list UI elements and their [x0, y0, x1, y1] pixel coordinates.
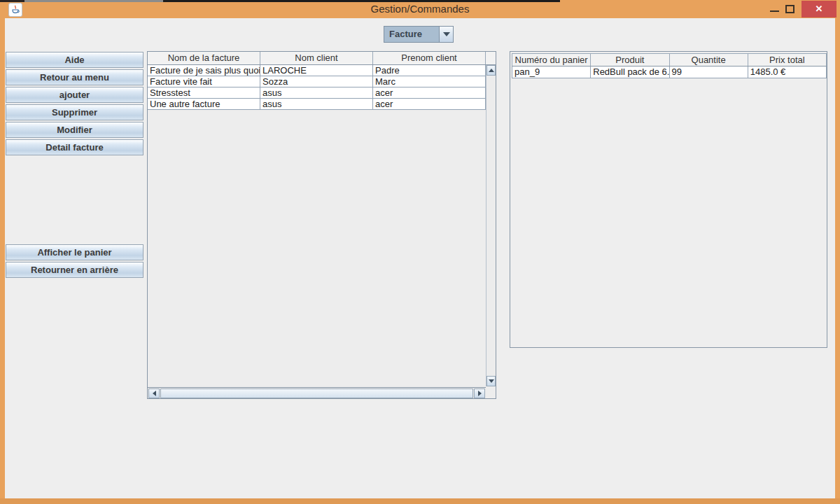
afficher-le-panier-button[interactable]: Afficher le panier: [6, 244, 144, 260]
facture-combobox[interactable]: Facture: [384, 26, 454, 43]
basket-table-header: Numéro du panier Produit Quantite Prix t…: [512, 53, 827, 66]
detail-facture-button[interactable]: Detail facture: [6, 139, 144, 155]
table-row[interactable]: Facture vite fait Sozza Marc: [148, 76, 486, 88]
background-window-sliver: [163, 0, 560, 2]
scroll-up-icon: [489, 69, 494, 72]
window-frame-bottom: [0, 498, 840, 504]
background-window-sliver: [24, 0, 163, 2]
scroll-up-button[interactable]: [486, 65, 496, 76]
cell-prenom-client: acer: [373, 88, 486, 99]
ajouter-button[interactable]: ajouter: [6, 87, 144, 103]
table-row[interactable]: pan_9 RedBull pack de 6... 99 1485.0 €: [512, 66, 827, 78]
close-button[interactable]: ✕: [802, 1, 836, 18]
app-window: Gestion/Commandes ✕ Facture Aide Retour …: [0, 0, 840, 504]
cell-nom-facture: Une autre facture: [148, 99, 260, 110]
invoice-table-scrollpane: Nom de la facture Nom client Prenom clie…: [147, 51, 496, 399]
cell-nom-client: LAROCHE: [260, 65, 373, 76]
invoice-header-prenom-client[interactable]: Prenom client: [373, 52, 486, 64]
invoice-header-nom-client[interactable]: Nom client: [260, 52, 373, 64]
combobox-selected-value: Facture: [384, 27, 439, 42]
cell-produit: RedBull pack de 6...: [591, 66, 669, 78]
window-frame-right: [835, 18, 840, 498]
maximize-button[interactable]: [785, 5, 794, 13]
window-frame-left: [0, 18, 5, 498]
combobox-dropdown-button[interactable]: [439, 27, 453, 42]
cell-nom-client: Sozza: [260, 76, 373, 88]
basket-header-prix-total[interactable]: Prix total: [748, 54, 826, 66]
basket-header-quantite[interactable]: Quantite: [670, 54, 748, 66]
cell-prix-total: 1485.0 €: [748, 66, 827, 78]
cell-quantite: 99: [670, 66, 748, 78]
table-row[interactable]: Stresstest asus acer: [148, 88, 486, 99]
minimize-button[interactable]: [767, 4, 781, 15]
cell-nom-client: asus: [260, 99, 373, 110]
scroll-right-button[interactable]: [474, 388, 485, 398]
supprimer-button[interactable]: Supprimer: [6, 104, 144, 120]
cell-nom-facture: Stresstest: [148, 88, 260, 99]
table-row[interactable]: Facture de je sais plus quoi LAROCHE Pad…: [148, 65, 486, 76]
chevron-down-icon: [443, 32, 450, 36]
scrollpane-corner: [486, 387, 496, 398]
cell-nom-client: asus: [260, 88, 373, 99]
basket-header-numero-panier[interactable]: Numéro du panier: [512, 54, 591, 66]
scroll-down-icon: [489, 379, 494, 383]
aide-button[interactable]: Aide: [6, 52, 144, 68]
minimize-icon: [770, 10, 779, 12]
window-title: Gestion/Commandes: [0, 3, 840, 15]
cell-nom-facture: Facture de je sais plus quoi: [148, 65, 260, 76]
scrollpane-header-corner: [486, 52, 496, 64]
basket-panel: Numéro du panier Produit Quantite Prix t…: [510, 51, 827, 348]
titlebar[interactable]: Gestion/Commandes ✕: [0, 0, 840, 18]
scroll-left-button[interactable]: [148, 388, 160, 398]
invoice-header-nom-facture[interactable]: Nom de la facture: [148, 52, 260, 64]
scroll-down-button[interactable]: [486, 376, 496, 386]
cell-prenom-client: Padre: [373, 65, 486, 76]
modifier-button[interactable]: Modifier: [6, 122, 144, 138]
horizontal-scrollbar-thumb[interactable]: [160, 388, 473, 398]
vertical-scrollbar[interactable]: [486, 65, 496, 386]
table-row[interactable]: Une autre facture asus acer: [148, 99, 486, 110]
cell-numero-panier: pan_9: [512, 66, 591, 78]
invoice-table-body: Facture de je sais plus quoi LAROCHE Pad…: [148, 65, 486, 386]
cell-prenom-client: Marc: [373, 76, 486, 88]
basket-header-produit[interactable]: Produit: [591, 54, 669, 66]
retourner-en-arriere-button[interactable]: Retourner en arrière: [6, 262, 144, 278]
cell-nom-facture: Facture vite fait: [148, 76, 260, 88]
cell-prenom-client: acer: [373, 99, 486, 110]
horizontal-scrollbar[interactable]: [148, 387, 486, 398]
retour-au-menu-button[interactable]: Retour au menu: [6, 69, 144, 85]
background-window-sliver: [0, 0, 24, 2]
scroll-right-icon: [478, 391, 482, 396]
scroll-left-icon: [153, 391, 156, 396]
invoice-table-header: Nom de la facture Nom client Prenom clie…: [148, 52, 496, 65]
basket-table: Numéro du panier Produit Quantite Prix t…: [512, 53, 827, 78]
